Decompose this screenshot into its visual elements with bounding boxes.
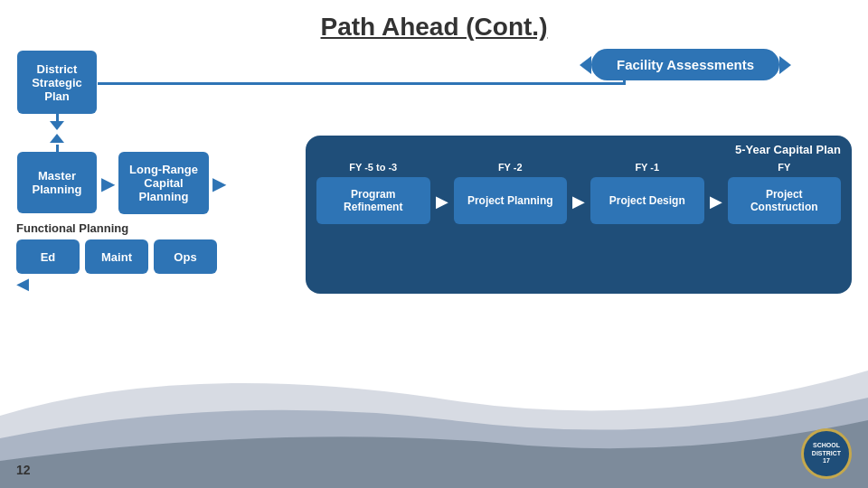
fy-column-1: FY -2 Project Planning — [454, 162, 568, 224]
five-year-container: 5-Year Capital Plan FY -5 to -3 Program … — [306, 136, 852, 294]
fy-label-1: FY -2 — [498, 162, 523, 173]
connector-line-v2 — [56, 145, 59, 152]
fy-arrow-2: ▶ — [710, 162, 722, 224]
fy-box-2: Project Design — [590, 177, 704, 224]
facility-assessments-box: Facility Assessments — [591, 49, 779, 80]
fy-label-2: FY -1 — [635, 162, 659, 173]
fy-arrow-1: ▶ — [572, 162, 585, 224]
fy-box-3: Project Construction — [728, 177, 842, 224]
functional-ed-box: Ed — [16, 239, 80, 274]
functional-planning-label: Functional Planning — [16, 221, 217, 235]
arrow-up-icon — [50, 134, 64, 143]
logo-text-line1: SCHOOL — [813, 442, 840, 449]
functional-boxes: Ed Maint Ops — [16, 239, 217, 274]
logo-text-line3: 17 — [823, 457, 830, 465]
long-range-capital-box: Long-Range Capital Planning — [118, 152, 209, 214]
fy-column-2: FY -1 Project Design — [590, 162, 704, 224]
arrow-left-icon — [580, 56, 591, 74]
functional-maint-box: Maint — [85, 239, 148, 274]
fy-column-3: FY Project Construction — [728, 162, 842, 224]
fy-box-0: Program Refinement — [316, 177, 430, 224]
arrow-right-icon2: ▶ — [101, 173, 115, 194]
connector-line-h — [98, 82, 626, 85]
district-strategic-plan-box: District Strategic Plan — [17, 51, 97, 114]
arrow-right-icon — [779, 56, 791, 74]
fy-arrow-0: ▶ — [436, 162, 448, 224]
connector-line — [56, 114, 59, 121]
arrow-right-icon3: ▶ — [212, 173, 226, 194]
fy-box-1: Project Planning — [454, 177, 568, 224]
functional-ops-box: Ops — [154, 239, 217, 274]
master-planning-box: Master Planning — [17, 152, 97, 213]
fy-column-0: FY -5 to -3 Program Refinement — [316, 162, 430, 224]
logo-circle: SCHOOL DISTRICT 17 — [801, 428, 852, 479]
arrow-left-icon2: ▶ — [16, 274, 29, 294]
five-year-label: 5-Year Capital Plan — [316, 143, 841, 156]
fy-label-3: FY — [778, 162, 790, 173]
fy-label-0: FY -5 to -3 — [349, 162, 397, 173]
arrow-down-icon — [50, 121, 64, 130]
logo-text-line2: DISTRICT — [812, 450, 841, 457]
facility-assessments-label: Facility Assessments — [617, 57, 754, 72]
page-title: Path Ahead (Cont.) — [0, 0, 868, 51]
page-number: 12 — [16, 463, 31, 477]
fy-columns: FY -5 to -3 Program Refinement ▶ FY -2 P… — [316, 162, 841, 224]
